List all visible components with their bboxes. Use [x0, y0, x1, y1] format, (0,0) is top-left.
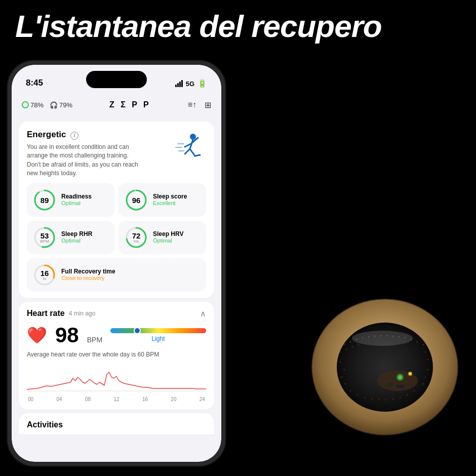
- status-icons: 5G 🔋: [175, 79, 207, 88]
- metric-readiness: 89 Readiness Optimal: [27, 183, 114, 217]
- svg-point-54: [378, 399, 380, 401]
- svg-point-39: [352, 346, 353, 348]
- scroll-content: Energetic i You are in excellent conditi…: [12, 117, 221, 462]
- svg-point-50: [350, 390, 351, 392]
- intensity-track: [110, 328, 206, 333]
- svg-point-44: [345, 383, 346, 385]
- svg-point-64: [409, 373, 412, 375]
- chart-labels: 00 04 08 12 16 20 24: [27, 396, 206, 402]
- hr-chart: [27, 363, 206, 393]
- hr-avg-text: Average heart rate over the whole day is…: [27, 351, 206, 358]
- page-title: L'istantanea del recupero: [15, 9, 461, 44]
- dynamic-island: [86, 71, 147, 88]
- svg-point-49: [422, 383, 424, 385]
- status-time: 8:45: [26, 78, 43, 88]
- recovery-circle: 16 hr: [33, 263, 56, 287]
- svg-point-55: [385, 399, 387, 401]
- metric-recovery-time: 16 hr Full Recovery time Close to recove…: [27, 258, 206, 292]
- svg-line-6: [195, 155, 200, 156]
- network-label: 5G: [186, 80, 194, 88]
- chart-label-12: 12: [113, 396, 119, 402]
- svg-line-4: [190, 149, 195, 156]
- heart-rate-section: Heart rate 4 min ago ∧ ❤️ 98 BPM: [19, 302, 214, 409]
- svg-point-35: [417, 341, 418, 343]
- svg-point-47: [427, 369, 429, 371]
- svg-point-37: [340, 351, 341, 353]
- svg-point-67: [352, 331, 413, 346]
- chevron-up-icon[interactable]: ∧: [200, 309, 206, 319]
- energetic-title: Energetic i: [27, 130, 143, 140]
- sort-icon[interactable]: ≡↑: [188, 100, 196, 109]
- heart-rate-title: Heart rate: [27, 309, 65, 318]
- svg-point-42: [344, 369, 345, 371]
- sleep-rhr-circle: 53 BPM: [33, 226, 56, 249]
- svg-point-40: [358, 344, 360, 346]
- chart-label-08: 08: [85, 396, 91, 402]
- headphone-battery: 🎧 79%: [50, 101, 72, 109]
- activities-title: Activities: [27, 420, 206, 429]
- svg-point-24: [350, 341, 351, 343]
- readiness-circle: 89: [33, 188, 56, 212]
- app-header: 78% 🎧 79% Z Σ P P ≡↑ ⊞: [12, 92, 221, 117]
- svg-point-52: [364, 398, 366, 399]
- sleep-hrv-circle: 72 ms: [125, 226, 148, 249]
- svg-point-38: [346, 349, 347, 350]
- chart-label-00: 00: [28, 396, 33, 402]
- svg-point-56: [392, 399, 394, 400]
- hr-value: 98: [55, 325, 79, 346]
- battery-icon: 🔋: [197, 79, 207, 88]
- chart-label-16: 16: [142, 396, 148, 402]
- metric-sleep-hrv: 72 ms Sleep HRV Optimal: [118, 221, 206, 254]
- page-background: L'istantanea del recupero 8:45: [0, 0, 476, 476]
- section-header: Heart rate 4 min ago ∧: [27, 309, 206, 319]
- svg-point-45: [425, 351, 426, 353]
- intensity-dot: [134, 327, 141, 334]
- metrics-grid: 89 Readiness Optimal: [27, 183, 206, 292]
- heart-rate-time: 4 min ago: [69, 310, 96, 317]
- svg-rect-65: [387, 382, 393, 386]
- svg-line-5: [185, 149, 190, 154]
- phone-frame: 8:45 5G 🔋: [8, 61, 225, 466]
- svg-point-59: [414, 390, 415, 392]
- energetic-icon: [174, 130, 206, 162]
- svg-point-48: [425, 377, 426, 378]
- intensity-bar: Light: [110, 328, 206, 342]
- metric-sleep-score: 96 Sleep score Excellent: [118, 183, 206, 217]
- svg-point-36: [423, 344, 424, 345]
- svg-point-43: [341, 377, 343, 378]
- svg-point-58: [407, 394, 408, 396]
- chart-label-20: 20: [171, 396, 176, 402]
- energetic-description: You are in excellent condition and can a…: [27, 143, 143, 178]
- svg-point-53: [371, 399, 373, 400]
- activities-section: Activities: [19, 413, 214, 434]
- chart-label-24: 24: [200, 396, 205, 402]
- phone-screen: 8:45 5G 🔋: [12, 65, 221, 462]
- svg-point-51: [357, 394, 359, 396]
- energetic-card: Energetic i You are in excellent conditi…: [19, 122, 214, 298]
- phone-mockup: 8:45 5G 🔋: [8, 61, 225, 466]
- grid-icon[interactable]: ⊞: [205, 100, 211, 110]
- ring-container: [304, 284, 466, 446]
- svg-point-41: [340, 362, 341, 363]
- hr-bpm: BPM: [87, 336, 102, 344]
- svg-point-0: [190, 134, 196, 140]
- ring-battery: 78%: [22, 101, 44, 109]
- svg-point-46: [427, 359, 429, 361]
- svg-rect-66: [396, 385, 404, 388]
- heart-icon: ❤️: [27, 326, 47, 345]
- sleep-score-circle: 96: [125, 188, 148, 212]
- ring-icon: [22, 101, 29, 108]
- info-icon[interactable]: i: [70, 132, 78, 140]
- svg-point-62: [398, 375, 402, 379]
- headphone-icon: 🎧: [50, 101, 58, 109]
- heart-rate-display: ❤️ 98 BPM Light: [27, 325, 206, 346]
- header-right: ≡↑ ⊞: [188, 100, 211, 110]
- svg-point-23: [344, 344, 345, 345]
- chart-label-04: 04: [56, 396, 62, 402]
- svg-point-57: [400, 398, 401, 399]
- signal-icon: [175, 80, 183, 87]
- metric-sleep-rhr: 53 BPM Sleep RHR Optimal: [27, 221, 114, 254]
- header-left: 78% 🎧 79%: [22, 101, 72, 109]
- zepp-logo: Z Σ P P: [109, 100, 151, 109]
- intensity-label: Light: [110, 335, 206, 342]
